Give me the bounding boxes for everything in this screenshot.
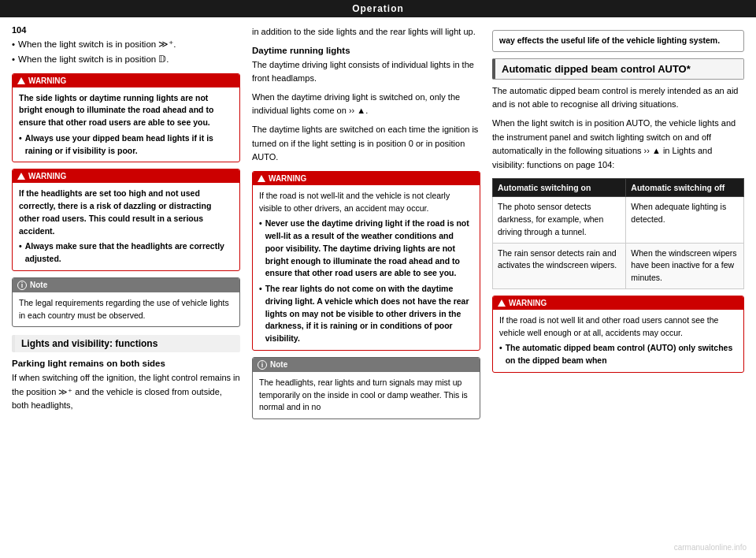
- warning-body4-text1: If the road is not well lit and other ro…: [499, 314, 737, 340]
- warning-bullet3-1: Never use the daytime driving light if t…: [259, 218, 473, 280]
- warning-bullet4: The automatic dipped beam control (AUTO)…: [499, 342, 737, 367]
- warning-triangle-4: [498, 299, 506, 307]
- warning-label-2: WARNING: [28, 172, 66, 180]
- daytime-body-3: The daytime lights are switched on each …: [252, 123, 480, 165]
- daytime-heading: Daytime running lights: [252, 46, 480, 55]
- warning-header-1: WARNING: [13, 74, 239, 87]
- bullet-text-2: When the light switch is in position 𝔻.: [18, 53, 169, 66]
- info-icon-2: i: [258, 360, 267, 370]
- section-heading-text: Lights and visibility: functions: [21, 338, 158, 349]
- watermark: carmanualonline.info: [674, 543, 747, 552]
- note-header-1: i Note: [13, 278, 239, 292]
- table-header-off: Automatic switching off: [626, 179, 744, 197]
- table-cell-1-2: When adequate lighting is detected.: [626, 197, 744, 243]
- warning-bullet-2: Always make sure that the headlights are…: [19, 240, 233, 266]
- warning-body-2: If the headlights are set too high and n…: [13, 183, 239, 270]
- col-left: 104 When the light switch is in position…: [12, 25, 240, 550]
- table-header-on: Automatic switching on: [493, 179, 626, 197]
- section-heading-lights: Lights and visibility: functions: [12, 335, 240, 352]
- warning-body3-text1: If the road is not well-lit and the vehi…: [259, 190, 473, 215]
- info-icon-1: i: [17, 281, 27, 290]
- warning-bullet3-2: The rear lights do not come on with the …: [259, 283, 473, 345]
- warning-body-4: If the road is not well lit and other ro…: [493, 310, 743, 372]
- warning-box-1: WARNING The side lights or daytime runni…: [12, 73, 240, 163]
- note-box-1: i Note The legal requirements regarding …: [12, 277, 240, 328]
- warning-label-1: WARNING: [28, 76, 66, 85]
- table-cell-2-1: The rain sensor detects rain and activat…: [493, 243, 626, 288]
- daytime-body-1: The daytime driving light consists of in…: [252, 58, 480, 86]
- header-bar: Operation: [0, 0, 756, 17]
- bullet-item-1: When the light switch is in position ≫⁺.: [12, 38, 240, 51]
- parking-heading: Parking light remains on both sides: [12, 359, 240, 368]
- auto-heading: Automatic dipped beam control AUTO*: [492, 58, 744, 80]
- note-body-1: The legal requirements regarding the use…: [13, 292, 239, 327]
- warning-triangle-3: [258, 175, 265, 182]
- table-cell-1-1: The photo sensor detects darkness, for e…: [493, 197, 626, 243]
- warning-label-3: WARNING: [269, 174, 306, 183]
- daytime-body-2: When the daytime driving light is switch…: [252, 91, 480, 118]
- warning-header-3: WARNING: [253, 172, 480, 185]
- note-box-2: i Note The headlights, rear lights and t…: [252, 357, 480, 419]
- auto-table: Automatic switching on Automatic switchi…: [492, 178, 744, 289]
- page: Operation 104 When the light switch is i…: [0, 0, 756, 558]
- auto-body-2: When the light switch is in position AUT…: [492, 117, 744, 172]
- table-header-off-text: Automatic switching off: [631, 183, 724, 192]
- warning-bullet-1: Always use your dipped beam head lights …: [19, 132, 233, 158]
- warning-header-4: WARNING: [493, 296, 743, 310]
- warning-header-2: WARNING: [13, 169, 239, 183]
- header-title: Operation: [352, 3, 404, 14]
- note-label-2: Note: [270, 360, 287, 369]
- col-right: way effects the useful life of the vehic…: [492, 25, 744, 550]
- warning-bold-2: If the headlights are set too high and n…: [19, 188, 211, 235]
- warning-body-1: The side lights or daytime running light…: [13, 87, 239, 162]
- auto-body-1: The automatic dipped beam control is mer…: [492, 84, 744, 112]
- warning-label-4: WARNING: [509, 299, 547, 307]
- table-row-1: The photo sensor detects darkness, for e…: [493, 197, 744, 243]
- parking-body: If when switching off the ignition, the …: [12, 371, 240, 413]
- col-mid: in addition to the side lights and the r…: [252, 25, 480, 550]
- warning-bold-1: The side lights or daytime running light…: [19, 93, 213, 128]
- continuation-text: in addition to the side lights and the r…: [252, 25, 480, 39]
- warning-triangle-1: [17, 77, 25, 84]
- table-header-on-text: Automatic switching on: [498, 183, 591, 192]
- callout-box: way effects the useful life of the vehic…: [492, 30, 744, 52]
- warning-box-4: WARNING If the road is not well lit and …: [492, 296, 744, 373]
- content-area: 104 When the light switch is in position…: [0, 17, 756, 558]
- note-label-1: Note: [30, 281, 47, 289]
- note-body-2: The headlights, rear lights and turn sig…: [253, 372, 480, 418]
- bullet-text-1: When the light switch is in position ≫⁺.: [18, 38, 176, 51]
- table-row-2: The rain sensor detects rain and activat…: [493, 243, 744, 288]
- page-number: 104: [12, 25, 240, 38]
- bullet-item-2: When the light switch is in position 𝔻.: [12, 53, 240, 66]
- warning-box-3: WARNING If the road is not well-lit and …: [252, 171, 480, 351]
- note-header-2: i Note: [253, 358, 480, 372]
- warning-triangle-2: [17, 173, 25, 180]
- table-cell-2-2: When the windscreen wipers have been ina…: [626, 243, 744, 288]
- warning-box-2: WARNING If the headlights are set too hi…: [12, 169, 240, 271]
- warning-body-3: If the road is not well-lit and the vehi…: [253, 185, 480, 350]
